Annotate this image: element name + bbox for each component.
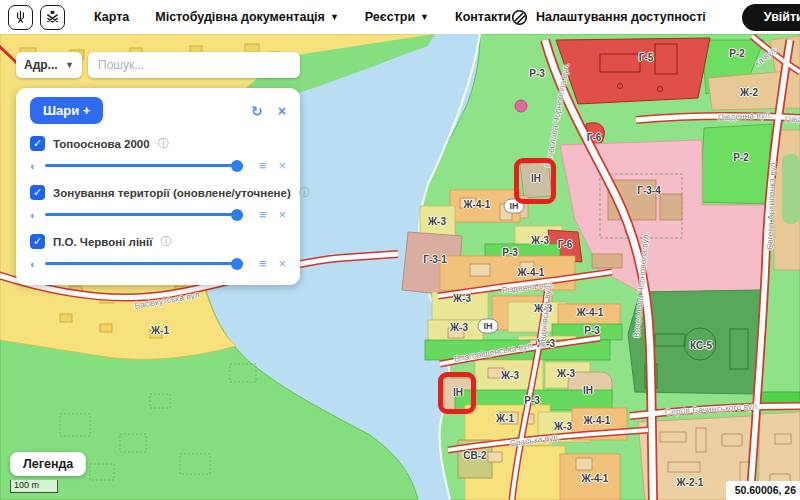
layer-item-zoning: ✓ Зонування території (оновлене/уточнене… (30, 185, 286, 221)
layers-add-button[interactable]: Шари + (30, 97, 103, 124)
street-label: Басівкутська вул. (134, 289, 203, 311)
menu-item-contacts[interactable]: Контакти (455, 10, 511, 24)
cursor-coordinates: 50.60006, 26 (726, 481, 800, 500)
address-type-dropdown[interactable]: Адр... ▼ (16, 52, 82, 78)
zone-label: Р-3 (524, 395, 540, 406)
zone-label: Р-2 (729, 48, 745, 59)
info-icon[interactable]: ⓘ (299, 185, 310, 200)
zone-label: Ж-3 (428, 216, 446, 227)
zone-label: Ж-3 (557, 368, 575, 379)
street-label: Вячеслава Чорновола вул. (543, 62, 571, 168)
layer-remove-icon[interactable]: × (278, 159, 286, 172)
menu-item-map[interactable]: Карта (94, 10, 129, 24)
layer-checkbox[interactable]: ✓ (30, 185, 45, 200)
zone-label: ІН (583, 385, 593, 396)
search-box (88, 52, 300, 78)
layer-options-icon[interactable]: ≡ (259, 257, 267, 270)
legend-button[interactable]: Легенда (10, 452, 86, 476)
layer-checkbox[interactable]: ✓ (30, 234, 45, 249)
address-type-label: Адр... (24, 58, 58, 72)
zone-label: Р-3 (502, 247, 518, 258)
street-label: Південна вул. (785, 112, 800, 125)
search-input[interactable] (88, 52, 300, 78)
slider-thumb[interactable] (231, 258, 243, 270)
street-label: Сергія Бачинського вул. (665, 401, 760, 418)
close-icon[interactable]: × (278, 104, 286, 118)
chevron-down-icon: ▼ (330, 13, 339, 22)
layer-options-icon[interactable]: ≡ (259, 208, 267, 221)
layers-panel: Шари + ↻ × ✓ Топооснова 2000 ⓘ ◐ ≡ × ✓ З… (16, 88, 300, 285)
zone-label: Ж-4-1 (582, 473, 609, 484)
menu-item-label: Контакти (455, 10, 511, 24)
tryzub-icon (11, 8, 30, 27)
menu-item-registers[interactable]: Реєстри ▼ (365, 10, 429, 24)
zone-label: Р-2 (733, 152, 749, 163)
scale-bar: 100 m (10, 480, 58, 493)
info-icon[interactable]: ⓘ (160, 234, 171, 249)
logo-emblem[interactable] (40, 5, 65, 30)
menu-item-label: Карта (94, 10, 129, 24)
accessibility-icon[interactable] (511, 9, 528, 26)
slider-thumb[interactable] (231, 209, 243, 221)
street-label: ка вул. (752, 44, 779, 68)
highlight-box (514, 158, 556, 204)
zone-label: СВ-2 (463, 450, 486, 461)
zone-label: Ж-3 (531, 235, 549, 246)
zone-label: Ж-4-1 (577, 307, 604, 318)
login-button[interactable]: Увійти (742, 4, 800, 31)
top-navbar: Карта Містобудівна документація ▼ Реєстр… (0, 0, 800, 34)
zone-label: Р-3 (584, 325, 600, 336)
street-label: Благовіщенська вул. (453, 340, 534, 364)
menu-item-urban-docs[interactable]: Містобудівна документація ▼ (155, 10, 339, 24)
zone-label: Г-5 (639, 52, 654, 63)
main-menu: Карта Містобудівна документація ▼ Реєстр… (94, 10, 511, 24)
zone-label: Ж-3 (453, 293, 471, 304)
zone-label: Ж-1 (151, 325, 169, 336)
zone-label: Ж-4-1 (584, 415, 611, 426)
menu-item-label: Містобудівна документація (155, 10, 325, 24)
zone-label: Г-6 (558, 239, 573, 250)
layer-remove-icon[interactable]: × (278, 208, 286, 221)
layer-remove-icon[interactable]: × (278, 257, 286, 270)
opacity-slider[interactable] (45, 262, 243, 265)
layer-label: П.О. Червоні лінії (53, 236, 152, 248)
zone-label: ІН (478, 319, 499, 334)
layer-options-icon[interactable]: ≡ (259, 159, 267, 172)
zone-label: Ж-1 (496, 413, 514, 424)
zone-label: Р-3 (529, 68, 545, 79)
opacity-icon: ◐ (30, 160, 37, 172)
street-label: Вячеслава Чорновола вул. (631, 232, 650, 339)
info-icon[interactable]: ⓘ (158, 136, 169, 151)
layer-label: Зонування території (оновлене/уточнене) (53, 187, 291, 199)
zone-label: Ж-2 (740, 87, 758, 98)
zone-label: КС-5 (690, 340, 712, 351)
opacity-icon: ◐ (30, 258, 37, 270)
opacity-slider[interactable] (45, 213, 243, 216)
highlight-box (438, 372, 476, 414)
emblem-icon (43, 8, 62, 27)
chevron-down-icon: ▼ (65, 61, 74, 70)
accessibility-label[interactable]: Налаштування доступності (536, 10, 706, 24)
zone-label: Г-3-1 (423, 254, 446, 265)
street-label: Євгена Архипенка вул. (764, 160, 777, 250)
street-label: Спаська вул. (509, 432, 561, 449)
opacity-icon: ◐ (30, 209, 37, 221)
zone-label: Ж-3 (501, 370, 519, 381)
zone-label: Ж-4-1 (464, 199, 491, 210)
layer-item-red-lines: ✓ П.О. Червоні лінії ⓘ ◐ ≡ × (30, 234, 286, 270)
menu-item-label: Реєстри (365, 10, 415, 24)
layer-checkbox[interactable]: ✓ (30, 136, 45, 151)
layer-label: Топооснова 2000 (53, 138, 150, 150)
layer-item-topobase: ✓ Топооснова 2000 ⓘ ◐ ≡ × (30, 136, 286, 172)
street-label: Південна вул. (718, 110, 773, 123)
zone-label: Ж-2-1 (677, 477, 704, 488)
opacity-slider[interactable] (45, 164, 243, 167)
logo-tryzub[interactable] (8, 5, 33, 30)
chevron-down-icon: ▼ (420, 13, 429, 22)
refresh-icon[interactable]: ↻ (251, 104, 263, 118)
zone-label: Ж-3 (554, 421, 572, 432)
zone-label: Г-6 (587, 132, 602, 143)
slider-thumb[interactable] (231, 160, 243, 172)
zone-label: Ж-4-1 (518, 267, 545, 278)
zone-label: Г-3-4 (637, 185, 660, 196)
